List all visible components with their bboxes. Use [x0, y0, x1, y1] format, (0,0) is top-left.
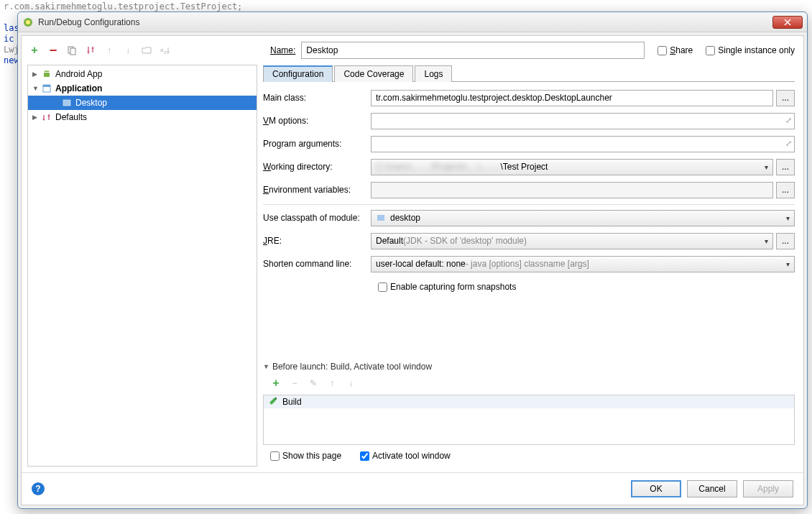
svg-rect-8: [44, 73, 50, 77]
browse-main-class-button[interactable]: ...: [776, 90, 795, 106]
tree-node-desktop[interactable]: Desktop: [28, 96, 257, 110]
main-class-input[interactable]: [371, 90, 773, 106]
working-dir-label: Working directory:: [263, 162, 371, 172]
sort-button: az: [158, 43, 172, 58]
tree-node-android-app[interactable]: ▶ Android App: [28, 67, 257, 81]
browse-working-dir-button[interactable]: ...: [776, 159, 795, 175]
tree-node-defaults[interactable]: ▶ Defaults: [28, 110, 257, 124]
module-icon: [376, 213, 386, 223]
tree-node-application[interactable]: ▼ Application: [28, 81, 257, 96]
hammer-icon: [268, 397, 278, 407]
chevron-down-icon: ▼: [32, 85, 41, 92]
add-task-button[interactable]: +: [269, 376, 283, 390]
tab-logs[interactable]: Logs: [415, 65, 452, 82]
remove-task-button: −: [287, 376, 302, 390]
env-vars-input[interactable]: [371, 182, 773, 198]
program-args-input[interactable]: [371, 136, 795, 152]
before-launch-toolbar: + − ✎ ↑ ↓: [263, 372, 795, 395]
single-instance-checkbox[interactable]: Single instance only: [706, 45, 795, 55]
svg-rect-17: [274, 398, 277, 400]
add-configuration-button[interactable]: +: [27, 43, 42, 58]
copy-configuration-button[interactable]: [65, 43, 79, 58]
browse-env-vars-button[interactable]: ...: [776, 182, 795, 198]
show-page-checkbox[interactable]: Show this page: [270, 451, 341, 461]
chevron-right-icon: ▶: [32, 70, 41, 78]
expand-icon[interactable]: ⤢: [785, 116, 792, 125]
svg-point-1: [26, 20, 30, 24]
tabs: Configuration Code Coverage Logs: [263, 65, 795, 82]
svg-rect-3: [70, 48, 75, 55]
jre-label: JRE:: [263, 236, 371, 246]
svg-point-15: [48, 115, 50, 117]
svg-rect-16: [377, 215, 384, 221]
svg-point-14: [43, 119, 45, 121]
working-dir-input[interactable]: C:\Users\........\Projects\.....\.......…: [371, 159, 773, 175]
before-launch-list[interactable]: Build: [263, 395, 795, 445]
svg-point-4: [88, 50, 90, 52]
name-label: Name:: [270, 45, 295, 55]
configurations-tree[interactable]: ▶ Android App ▼ Application: [27, 65, 257, 467]
share-checkbox[interactable]: Share: [658, 45, 693, 55]
chevron-right-icon: ▶: [32, 114, 41, 121]
shorten-label: Shorten command line:: [263, 259, 371, 269]
tab-configuration[interactable]: Configuration: [263, 65, 333, 82]
shorten-dropdown[interactable]: user-local default: none - java [options…: [371, 256, 795, 272]
move-up-button: ↑: [102, 43, 116, 58]
browse-jre-button[interactable]: ...: [776, 233, 795, 249]
vm-options-label: VM options:: [263, 116, 371, 126]
app-icon: [22, 17, 34, 28]
move-down-button: ↓: [121, 43, 135, 58]
before-launch-header[interactable]: ▼ Before launch: Build, Activate tool wi…: [263, 362, 795, 372]
settings-button[interactable]: [83, 43, 98, 58]
ok-button[interactable]: OK: [631, 480, 681, 497]
application-icon: [41, 83, 52, 94]
jre-dropdown[interactable]: Default (JDK - SDK of 'desktop' module): [371, 233, 773, 249]
main-class-label: Main class:: [263, 93, 371, 103]
tree-toolbar: + − ↑ ↓ az: [27, 43, 257, 58]
chevron-down-icon: ▼: [263, 363, 269, 370]
svg-text:z: z: [164, 49, 167, 55]
edit-task-button: ✎: [306, 376, 320, 390]
expand-icon[interactable]: ⤢: [785, 139, 792, 148]
tab-code-coverage[interactable]: Code Coverage: [334, 65, 413, 82]
svg-point-5: [92, 47, 94, 50]
android-icon: [41, 68, 52, 80]
remove-configuration-button[interactable]: −: [46, 43, 60, 58]
classpath-dropdown[interactable]: desktop: [371, 210, 795, 226]
close-button[interactable]: [772, 16, 803, 29]
module-icon: [61, 97, 73, 109]
titlebar[interactable]: Run/Debug Configurations: [18, 12, 807, 32]
move-task-up-button: ↑: [325, 376, 339, 390]
apply-button: Apply: [743, 480, 793, 497]
snapshots-checkbox[interactable]: Enable capturing form snapshots: [378, 282, 516, 292]
activate-window-checkbox[interactable]: Activate tool window: [360, 451, 451, 461]
help-button[interactable]: ?: [32, 482, 45, 495]
vm-options-input[interactable]: [371, 113, 795, 129]
program-args-label: Program arguments:: [263, 139, 371, 149]
move-task-down-button: ↓: [343, 376, 358, 390]
svg-rect-12: [43, 85, 50, 87]
name-input[interactable]: [301, 42, 645, 59]
env-vars-label: Environment variables:: [263, 185, 371, 195]
classpath-label: Use classpath of module:: [263, 213, 371, 223]
cancel-button[interactable]: Cancel: [687, 480, 737, 497]
folder-button: [139, 43, 154, 58]
run-debug-configurations-dialog: Run/Debug Configurations + − ↑ ↓: [17, 12, 808, 509]
defaults-icon: [41, 111, 52, 123]
svg-rect-13: [63, 100, 70, 106]
list-item[interactable]: Build: [264, 395, 794, 408]
dialog-title: Run/Debug Configurations: [38, 17, 772, 27]
